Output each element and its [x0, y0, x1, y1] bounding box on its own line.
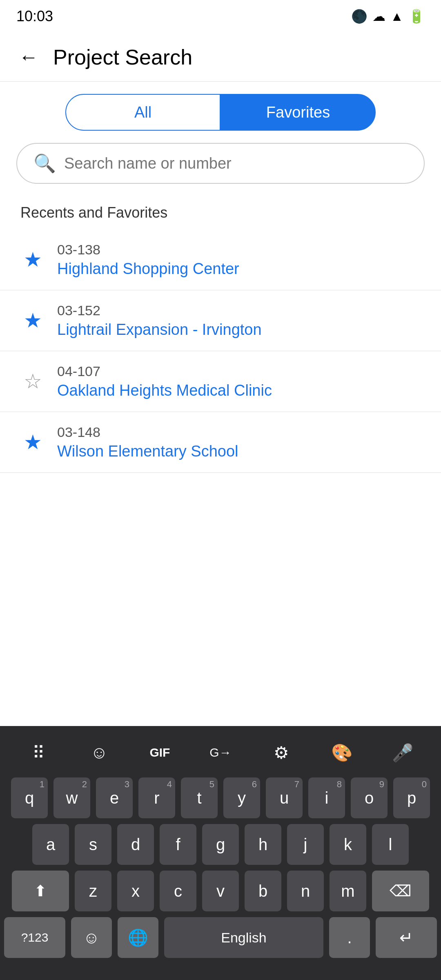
key-c[interactable]: c [160, 871, 196, 911]
key-k[interactable]: k [330, 824, 366, 865]
app-bar: ← Project Search [0, 33, 441, 82]
project-item-0[interactable]: ★ 03-138 Highland Shopping Center [0, 229, 441, 290]
key-language[interactable]: 🌐 [118, 917, 158, 958]
search-box[interactable]: 🔍 [16, 143, 425, 184]
kb-stickers-button[interactable]: ⠿ [14, 734, 63, 771]
project-number-2: 04-107 [57, 363, 272, 379]
key-i[interactable]: i8 [308, 777, 345, 818]
kb-voice-button[interactable]: 🎤 [378, 734, 427, 771]
key-r[interactable]: r4 [138, 777, 175, 818]
project-number-0: 03-138 [57, 242, 239, 258]
keyboard-row-3: ⬆ z x c v b n m ⌫ [4, 871, 437, 911]
key-w[interactable]: w2 [53, 777, 90, 818]
keyboard-row-4: ?123 ☺ 🌐 English . ↵ [4, 917, 437, 958]
project-info-1: 03-152 Lightrail Expansion - Irvington [57, 303, 262, 339]
keyboard-row-2: a s d f g h j k l [4, 824, 437, 865]
key-backspace[interactable]: ⌫ [372, 871, 429, 911]
project-number-1: 03-152 [57, 303, 262, 318]
key-space[interactable]: English [164, 917, 323, 958]
cloud-icon: ☁ [372, 9, 385, 24]
tab-all[interactable]: All [65, 94, 220, 131]
search-input[interactable] [64, 155, 408, 172]
search-icon: 🔍 [33, 153, 56, 174]
star-icon-0[interactable]: ★ [20, 248, 45, 272]
notification-icon: 🌑 [351, 9, 368, 24]
star-icon-1[interactable]: ★ [20, 309, 45, 332]
kb-gif-button[interactable]: GIF [135, 734, 184, 771]
wifi-icon: ▲ [390, 9, 403, 24]
keyboard-row-1: q1 w2 e3 r4 t5 y6 u7 i8 o9 p0 [4, 777, 437, 818]
key-g[interactable]: g [202, 824, 239, 865]
back-icon: ← [19, 46, 38, 68]
key-e[interactable]: e3 [96, 777, 133, 818]
status-bar: 10:03 🌑 ☁ ▲ 🔋 [0, 0, 441, 33]
key-p[interactable]: p0 [393, 777, 430, 818]
keyboard-toolbar: ⠿ ☺ GIF G→ ⚙ 🎨 🎤 [4, 734, 437, 771]
key-symbols[interactable]: ?123 [4, 917, 65, 958]
key-o[interactable]: o9 [351, 777, 388, 818]
key-v[interactable]: v [202, 871, 239, 911]
key-q[interactable]: q1 [11, 777, 48, 818]
key-z[interactable]: z [75, 871, 111, 911]
key-b[interactable]: b [245, 871, 281, 911]
key-period[interactable]: . [329, 917, 370, 958]
project-name-2: Oakland Heights Medical Clinic [57, 382, 272, 399]
kb-settings-button[interactable]: ⚙ [257, 734, 306, 771]
status-time: 10:03 [16, 8, 53, 25]
key-t[interactable]: t5 [181, 777, 218, 818]
key-d[interactable]: d [117, 824, 154, 865]
key-enter[interactable]: ↵ [376, 917, 437, 958]
project-list: ★ 03-138 Highland Shopping Center ★ 03-1… [0, 229, 441, 473]
page-title: Project Search [53, 45, 192, 69]
project-info-2: 04-107 Oakland Heights Medical Clinic [57, 363, 272, 399]
star-icon-2[interactable]: ☆ [20, 370, 45, 393]
key-h[interactable]: h [245, 824, 281, 865]
status-icons: 🌑 ☁ ▲ 🔋 [351, 9, 425, 24]
key-shift[interactable]: ⬆ [12, 871, 69, 911]
project-item-1[interactable]: ★ 03-152 Lightrail Expansion - Irvington [0, 290, 441, 351]
project-name-3: Wilson Elementary School [57, 443, 238, 460]
key-x[interactable]: x [117, 871, 154, 911]
project-info-3: 03-148 Wilson Elementary School [57, 424, 238, 460]
kb-emoji-toolbar-button[interactable]: ☺ [75, 734, 124, 771]
key-f[interactable]: f [160, 824, 196, 865]
project-info-0: 03-138 Highland Shopping Center [57, 242, 239, 278]
key-emoji[interactable]: ☺ [71, 917, 112, 958]
key-u[interactable]: u7 [266, 777, 303, 818]
star-icon-3[interactable]: ★ [20, 430, 45, 454]
key-m[interactable]: m [330, 871, 366, 911]
project-item-2[interactable]: ☆ 04-107 Oakland Heights Medical Clinic [0, 351, 441, 412]
key-y[interactable]: y6 [223, 777, 260, 818]
battery-icon: 🔋 [408, 9, 425, 24]
key-j[interactable]: j [287, 824, 324, 865]
kb-theme-button[interactable]: 🎨 [317, 734, 366, 771]
key-n[interactable]: n [287, 871, 324, 911]
key-l[interactable]: l [372, 824, 409, 865]
project-number-3: 03-148 [57, 424, 238, 440]
project-name-0: Highland Shopping Center [57, 260, 239, 278]
back-button[interactable]: ← [16, 45, 41, 69]
tab-favorites[interactable]: Favorites [220, 94, 376, 131]
keyboard: ⠿ ☺ GIF G→ ⚙ 🎨 🎤 q1 w2 e3 r4 t5 y6 u7 i8… [0, 726, 441, 980]
project-item-3[interactable]: ★ 03-148 Wilson Elementary School [0, 412, 441, 473]
recents-section-title: Recents and Favorites [0, 192, 441, 229]
key-s[interactable]: s [75, 824, 111, 865]
search-container: 🔍 [16, 143, 425, 184]
project-name-1: Lightrail Expansion - Irvington [57, 321, 262, 339]
tab-bar: All Favorites [0, 82, 441, 143]
key-a[interactable]: a [32, 824, 69, 865]
kb-translate-button[interactable]: G→ [196, 734, 245, 771]
